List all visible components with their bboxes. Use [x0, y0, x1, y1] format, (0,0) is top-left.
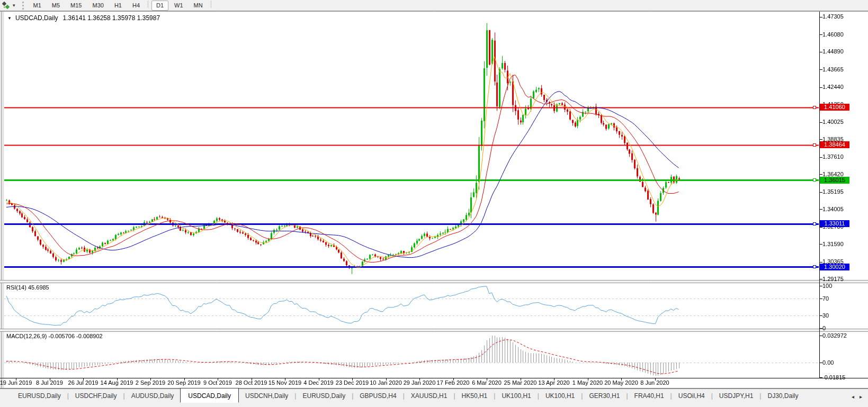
rsi-indicator-label: RSI(14) 45.6985	[6, 284, 49, 291]
tab-eurusd-daily[interactable]: EURUSD,Daily	[12, 389, 67, 402]
price-tick-label: 1.40025	[822, 119, 844, 125]
date-label: 26 Jul 2019	[68, 379, 99, 386]
tab-usdjpy-h1[interactable]: USDJPY,H1	[713, 389, 759, 402]
tab-scroll-left-icon[interactable]: ◂	[849, 394, 857, 400]
date-label: 8 Jun 2020	[640, 379, 669, 386]
date-label: 6 Mar 2020	[472, 379, 502, 386]
tab-uk100-h1[interactable]: UK100,H1	[495, 389, 537, 402]
macd-indicator-label: MACD(12,26,9) -0.005706 -0.008902	[6, 333, 103, 339]
timeframe-m5-button[interactable]: M5	[47, 1, 65, 11]
date-label: 4 Dec 2019	[303, 379, 333, 386]
macd-tick-label: -0.01815	[822, 374, 845, 381]
rsi-value: 45.6985	[28, 284, 49, 291]
date-label: 25 Mar 2020	[504, 379, 537, 386]
chart-tab-bar: EURUSD,Daily|USDCHF,Daily|AUDUSD,DailyUS…	[0, 388, 868, 407]
timeframe-d1-button[interactable]: D1	[151, 1, 168, 11]
price-tick-label: 1.34005	[822, 206, 844, 213]
tab-fra40-h1[interactable]: FRA40,H1	[628, 389, 670, 402]
price-tick-label: 1.29175	[822, 276, 844, 283]
tab-dj30-daily[interactable]: DJ30,Daily	[761, 389, 804, 402]
chart-menu-triangle-icon[interactable]: ▼	[7, 16, 12, 21]
toolbar-grip[interactable]	[22, 2, 24, 10]
date-label: 1 May 2020	[572, 379, 603, 386]
tab-scroll-right-icon[interactable]: ▸	[857, 394, 865, 400]
date-label: 23 Dec 2019	[336, 379, 369, 386]
date-label: 20 Sep 2019	[167, 379, 200, 386]
tab-xauusd-h1[interactable]: XAUUSD,H1	[405, 389, 454, 402]
toolbar-separator	[148, 1, 148, 8]
tab-uk100-h1[interactable]: UK100,H1	[539, 389, 581, 402]
date-label: 10 Jan 2020	[370, 379, 402, 386]
date-label: 19 Jun 2019	[0, 379, 32, 386]
chart-type-dropdown-icon[interactable]: ▾	[13, 3, 15, 8]
chart-title: ▼USDCAD,Daily1.36141 1.36258 1.35978 1.3…	[7, 14, 160, 22]
price-tick-label: 1.46080	[822, 31, 844, 38]
rsi-tick-label: 0	[822, 325, 826, 332]
timeframe-m30-button[interactable]: M30	[88, 1, 109, 11]
hline-price-tag: 1.36015	[820, 177, 849, 184]
macd-tick-label: 0.032972	[822, 332, 847, 339]
tab-hk50-h1[interactable]: HK50,H1	[455, 389, 494, 402]
hline-price-tag: 1.38464	[820, 141, 849, 148]
chart-ohlc-label: 1.36141 1.36258 1.35978 1.35987	[63, 14, 160, 22]
timeframe-m1-button[interactable]: M1	[29, 1, 46, 11]
timeframe-mn-button[interactable]: MN	[189, 1, 208, 11]
timeframe-buttons: M1M5M15M30H1H4D1W1MN	[28, 1, 214, 11]
timeframe-h4-button[interactable]: H4	[128, 1, 145, 11]
tab-usoil-h4[interactable]: USOil,H4	[672, 389, 711, 402]
date-label: 8 Jul 2019	[36, 379, 63, 386]
hline-price-tag: 1.33011	[820, 220, 849, 227]
macd-values: -0.005706 -0.008902	[48, 333, 102, 339]
date-label: 29 Jan 2020	[404, 379, 436, 386]
timeframe-h1-button[interactable]: H1	[110, 1, 127, 11]
rsi-tick-label: 70	[822, 295, 829, 302]
date-label: 20 May 2020	[604, 379, 638, 386]
price-tick-label: 1.31590	[822, 241, 844, 248]
mt4-window: ▾ M1M5M15M30H1H4D1W1MN ▼USDCAD,Daily1.36…	[0, 0, 868, 407]
date-label: 28 Oct 2019	[236, 379, 267, 386]
chart-cascade-icon[interactable]	[2, 2, 10, 10]
date-label: 14 Aug 2019	[101, 379, 133, 386]
price-tick-label: 1.37610	[822, 153, 844, 160]
tab-gbpusd-h4[interactable]: GBPUSD,H4	[353, 389, 402, 402]
tab-audusd-daily[interactable]: AUDUSD,Daily	[125, 389, 181, 402]
price-tick-label: 1.44890	[822, 48, 844, 55]
date-label: 13 Apr 2020	[538, 379, 569, 386]
tab-ger30-h1[interactable]: GER30,H1	[583, 389, 626, 402]
hline-price-tag: 1.41060	[820, 104, 849, 111]
tab-usdchf-daily[interactable]: USDCHF,Daily	[69, 389, 123, 402]
timeframe-w1-button[interactable]: W1	[169, 1, 188, 11]
chart-symbol-label: USDCAD,Daily	[15, 14, 58, 22]
toolbar: ▾ M1M5M15M30H1H4D1W1MN	[0, 0, 868, 11]
price-tick-label: 1.42440	[822, 84, 844, 91]
rsi-tick-label: 30	[822, 312, 829, 319]
chart-canvas[interactable]	[0, 0, 868, 407]
timeframe-m15-button[interactable]: M15	[66, 1, 86, 11]
date-label: 17 Feb 2020	[437, 379, 470, 386]
tab-scroll-nav: ◂▸	[849, 394, 865, 400]
tab-usdcad-daily[interactable]: USDCAD,Daily	[180, 388, 239, 403]
price-tick-label: 1.47305	[822, 13, 844, 20]
date-label: 2 Sep 2019	[136, 379, 165, 386]
chart-tabs: EURUSD,Daily|USDCHF,Daily|AUDUSD,DailyUS…	[0, 389, 868, 404]
macd-tick-label: 0.00	[822, 359, 834, 366]
hline-price-tag: 1.30020	[820, 264, 849, 270]
toolbar-separator	[211, 1, 211, 8]
price-tick-label: 1.35195	[822, 188, 844, 195]
date-label: 9 Oct 2019	[203, 379, 232, 386]
rsi-tick-label: 100	[822, 283, 832, 290]
tab-usdcnh-daily[interactable]: USDCNH,Daily	[239, 389, 294, 402]
date-label: 15 Nov 2019	[269, 379, 301, 386]
tab-eurusd-daily[interactable]: EURUSD,Daily	[296, 389, 352, 402]
price-tick-label: 1.43665	[822, 66, 844, 73]
